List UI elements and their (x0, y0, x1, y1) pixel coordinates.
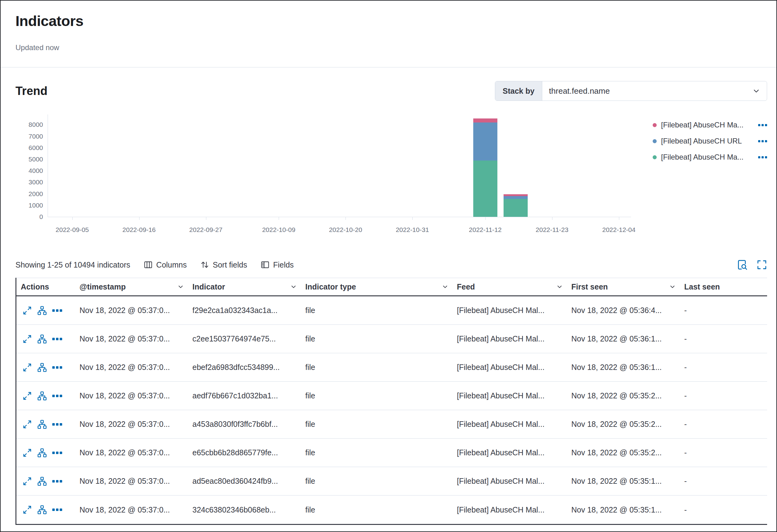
more-actions-button[interactable] (52, 480, 62, 483)
investigate-in-timeline-button[interactable] (37, 448, 47, 457)
investigate-in-timeline-icon (37, 420, 47, 429)
more-actions-button[interactable] (52, 423, 62, 426)
x-axis-label: 2022-09-05 (56, 226, 89, 233)
actions-cell (16, 410, 75, 438)
more-actions-icon (758, 124, 767, 126)
columns-button[interactable]: Columns (144, 260, 187, 270)
timestamp-cell: Nov 18, 2022 @ 05:37:0... (75, 467, 188, 495)
actions-cell (16, 467, 75, 495)
expand-icon (23, 334, 32, 344)
investigate-in-timeline-icon (37, 476, 47, 486)
first-seen-cell: Nov 18, 2022 @ 05:36:1... (567, 325, 680, 353)
fields-button[interactable]: Fields (261, 260, 294, 270)
open-flyout-button[interactable] (23, 306, 32, 315)
indicator-cell: 324c63802346b068eb... (188, 496, 301, 524)
more-actions-button[interactable] (52, 451, 62, 454)
stack-by-label: Stack by (495, 81, 542, 101)
indicator-cell: f29e2ca1a032343ac1a... (188, 296, 301, 324)
more-actions-icon (52, 423, 62, 426)
indicators-page: Indicators Updated now Trend Stack by th… (1, 12, 776, 525)
legend-item-label[interactable]: [Filebeat] AbuseCH Ma... (661, 121, 754, 129)
more-actions-icon (52, 451, 62, 454)
more-actions-button[interactable] (52, 338, 62, 340)
column-header-timestamp[interactable]: @timestamp (75, 278, 188, 295)
x-axis-tick (139, 217, 139, 220)
fullscreen-button[interactable] (757, 259, 767, 270)
more-actions-icon (52, 395, 62, 397)
stack-by-select[interactable]: threat.feed.name (542, 81, 767, 101)
legend-color-dot (653, 155, 657, 159)
open-flyout-button[interactable] (23, 420, 32, 429)
trend-heading: Trend (15, 85, 47, 98)
actions-cell (16, 496, 75, 524)
x-axis-tick (552, 217, 552, 220)
more-actions-icon (52, 366, 62, 369)
more-actions-button[interactable] (52, 509, 62, 511)
x-axis-label: 2022-10-20 (329, 226, 362, 233)
inspect-icon (737, 259, 747, 270)
chevron-down-icon (291, 284, 297, 290)
trend-chart: 0100020003000400050006000700080002022-09… (15, 111, 643, 244)
more-actions-button[interactable] (52, 309, 62, 312)
timestamp-cell: Nov 18, 2022 @ 05:37:0... (75, 353, 188, 382)
investigate-in-timeline-icon (37, 505, 47, 514)
column-header-feed[interactable]: Feed (453, 278, 567, 295)
investigate-in-timeline-button[interactable] (37, 420, 47, 429)
y-axis-label: 3000 (28, 179, 43, 186)
fields-icon (261, 260, 269, 269)
more-actions-button[interactable] (52, 395, 62, 397)
legend-more-button[interactable] (758, 140, 767, 142)
actions-cell (16, 382, 75, 410)
open-flyout-button[interactable] (23, 363, 32, 372)
open-flyout-button[interactable] (23, 505, 32, 514)
chart-legend: [Filebeat] AbuseCH Ma...[Filebeat] Abuse… (643, 111, 767, 244)
legend-item-label[interactable]: [Filebeat] AbuseCH URL (661, 137, 754, 145)
open-flyout-button[interactable] (23, 476, 32, 486)
actions-cell (16, 325, 75, 353)
legend-more-button[interactable] (758, 156, 767, 158)
first-seen-cell: Nov 18, 2022 @ 05:36:4... (567, 296, 680, 324)
timestamp-cell: Nov 18, 2022 @ 05:37:0... (75, 410, 188, 438)
column-header-indicator[interactable]: Indicator (188, 278, 301, 295)
investigate-in-timeline-button[interactable] (37, 363, 47, 372)
investigate-in-timeline-button[interactable] (37, 476, 47, 486)
investigate-in-timeline-button[interactable] (37, 505, 47, 514)
investigate-in-timeline-button[interactable] (37, 306, 47, 315)
last-seen-cell: - (680, 353, 767, 382)
more-actions-button[interactable] (52, 366, 62, 369)
x-axis-tick (206, 217, 206, 220)
timestamp-cell: Nov 18, 2022 @ 05:37:0... (75, 439, 188, 467)
open-flyout-button[interactable] (23, 334, 32, 344)
open-flyout-button[interactable] (23, 448, 32, 457)
investigate-in-timeline-button[interactable] (37, 334, 47, 344)
legend-item-label[interactable]: [Filebeat] AbuseCH Ma... (661, 153, 754, 162)
feed-cell: [Filebeat] AbuseCH Mal... (453, 296, 567, 324)
legend-item: [Filebeat] AbuseCH Ma... (653, 119, 767, 130)
header-divider (1, 67, 776, 68)
column-header-indicator-type[interactable]: Indicator type (301, 278, 453, 295)
indicator-type-cell: file (301, 325, 453, 353)
indicator-type-cell: file (301, 353, 453, 382)
legend-more-button[interactable] (758, 124, 767, 126)
sort-fields-button-label: Sort fields (213, 260, 247, 270)
table-row: Nov 18, 2022 @ 05:37:0... a453a8030f0f3f… (16, 410, 767, 439)
columns-icon (144, 260, 152, 269)
first-seen-cell: Nov 18, 2022 @ 05:35:2... (567, 410, 680, 438)
inspect-button[interactable] (737, 259, 747, 270)
y-axis-label: 6000 (28, 144, 43, 151)
chevron-down-icon (556, 284, 563, 290)
open-flyout-button[interactable] (23, 391, 32, 401)
toolbar-right-actions (737, 259, 767, 270)
trend-chart-section: 0100020003000400050006000700080002022-09… (15, 111, 767, 244)
first-seen-cell: Nov 18, 2022 @ 05:35:2... (567, 382, 680, 410)
investigate-in-timeline-button[interactable] (37, 391, 47, 401)
more-actions-icon (758, 156, 767, 158)
investigate-in-timeline-icon (37, 448, 47, 457)
actions-cell (16, 353, 75, 382)
sort-fields-button[interactable]: Sort fields (201, 260, 247, 270)
x-axis-label: 2022-10-09 (262, 226, 295, 233)
y-axis-label: 2000 (28, 190, 43, 198)
x-axis-label: 2022-09-27 (189, 226, 222, 233)
column-header-first-seen[interactable]: First seen (567, 278, 680, 295)
column-header-label: @timestamp (80, 283, 126, 291)
